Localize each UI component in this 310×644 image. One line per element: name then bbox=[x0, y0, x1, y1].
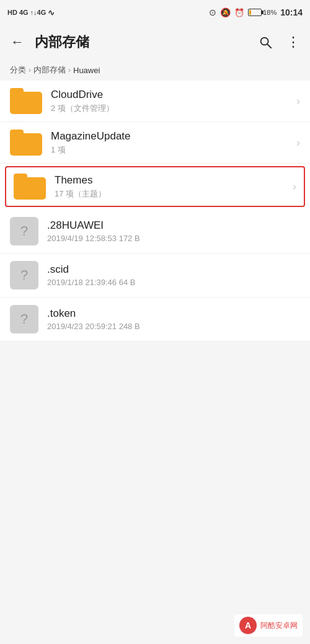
file-item-themes[interactable]: Themes 17 项（主题） › bbox=[5, 166, 305, 207]
back-button[interactable]: ← bbox=[5, 30, 30, 55]
file-meta-magazineupdate: 1 项 bbox=[51, 144, 291, 156]
clock-icon: ⏰ bbox=[234, 8, 244, 17]
file-item-clouddrive[interactable]: CloudDrive 2 项（文件管理） › bbox=[0, 81, 310, 122]
file-item-scid[interactable]: ? .scid 2019/1/18 21:39:46 64 B bbox=[0, 254, 310, 298]
nav-bar: ← 内部存储 ⋮ bbox=[0, 25, 310, 60]
network-label: HD bbox=[7, 9, 17, 16]
battery-icon bbox=[248, 9, 262, 16]
question-mark-icon-2: ? bbox=[20, 311, 28, 327]
unknown-file-icon-0: ? bbox=[10, 217, 38, 245]
folder-icon-themes bbox=[14, 174, 46, 200]
signal-icon2: ↑↓4G bbox=[30, 9, 46, 16]
unknown-file-icon-1: ? bbox=[10, 261, 38, 289]
unknown-file-icon-2: ? bbox=[10, 305, 38, 333]
status-right: ⊙ 🔕 ⏰ 18% 10:14 bbox=[209, 7, 303, 17]
battery-container: 18% bbox=[248, 9, 277, 16]
breadcrumb-item-1[interactable]: 内部存储 bbox=[33, 64, 66, 76]
nav-actions: ⋮ bbox=[253, 30, 305, 55]
breadcrumb: 分类 › 内部存储 › Huawei bbox=[0, 60, 310, 81]
file-info-28huawei: .28HUAWEI 2019/4/19 12:58:53 172 B bbox=[47, 219, 300, 243]
svg-line-1 bbox=[267, 44, 271, 48]
file-name-28huawei: .28HUAWEI bbox=[47, 219, 300, 232]
file-name-themes: Themes bbox=[55, 174, 288, 187]
time-display: 10:14 bbox=[280, 7, 303, 17]
watermark-text: 阿酷安卓网 bbox=[260, 620, 298, 631]
file-info-magazineupdate: MagazineUpdate 1 项 bbox=[51, 130, 291, 156]
file-item-token[interactable]: ? .token 2019/4/23 20:59:21 248 B bbox=[0, 298, 310, 342]
chevron-right-icon-0: › bbox=[296, 95, 300, 108]
file-info-scid: .scid 2019/1/18 21:39:46 64 B bbox=[47, 263, 300, 287]
folder-icon-magazineupdate bbox=[10, 130, 42, 156]
page-title: 内部存储 bbox=[35, 33, 248, 51]
file-name-clouddrive: CloudDrive bbox=[51, 89, 291, 101]
breadcrumb-arrow-0: › bbox=[29, 66, 31, 74]
file-info-token: .token 2019/4/23 20:59:21 248 B bbox=[47, 307, 300, 331]
mute-icon: 🔕 bbox=[220, 7, 231, 17]
file-info-themes: Themes 17 项（主题） bbox=[55, 174, 288, 200]
signal-icon: 4G bbox=[19, 9, 29, 16]
battery-percent: 18% bbox=[263, 9, 277, 16]
search-button[interactable] bbox=[253, 30, 278, 55]
breadcrumb-item-0[interactable]: 分类 bbox=[10, 64, 26, 76]
file-meta-token: 2019/4/23 20:59:21 248 B bbox=[47, 322, 300, 331]
file-list: CloudDrive 2 项（文件管理） › MagazineUpdate 1 … bbox=[0, 81, 310, 342]
file-item-28huawei[interactable]: ? .28HUAWEI 2019/4/19 12:58:53 172 B bbox=[0, 210, 310, 254]
wifi-icon: ∿ bbox=[48, 8, 55, 17]
breadcrumb-arrow-1: › bbox=[68, 66, 71, 74]
file-name-token: .token bbox=[47, 307, 300, 320]
file-info-clouddrive: CloudDrive 2 项（文件管理） bbox=[51, 89, 291, 114]
watermark: A 阿酷安卓网 bbox=[234, 614, 303, 637]
status-left: HD 4G ↑↓4G ∿ bbox=[7, 8, 55, 17]
question-mark-icon-0: ? bbox=[20, 223, 28, 239]
more-button[interactable]: ⋮ bbox=[280, 30, 305, 55]
file-name-magazineupdate: MagazineUpdate bbox=[51, 130, 291, 143]
file-item-magazineupdate[interactable]: MagazineUpdate 1 项 › bbox=[0, 122, 310, 164]
battery-fill bbox=[249, 10, 251, 15]
back-arrow-icon: ← bbox=[11, 34, 24, 50]
file-meta-scid: 2019/1/18 21:39:46 64 B bbox=[47, 278, 300, 287]
file-meta-28huawei: 2019/4/19 12:58:53 172 B bbox=[47, 234, 300, 243]
more-icon: ⋮ bbox=[286, 34, 299, 50]
file-meta-clouddrive: 2 项（文件管理） bbox=[51, 103, 291, 114]
folder-icon-clouddrive bbox=[10, 88, 42, 114]
file-name-scid: .scid bbox=[47, 263, 300, 276]
question-mark-icon-1: ? bbox=[20, 267, 28, 283]
file-meta-themes: 17 项（主题） bbox=[55, 188, 288, 200]
chevron-right-icon-1: › bbox=[296, 136, 300, 149]
watermark-logo: A bbox=[239, 617, 257, 634]
search-icon bbox=[259, 35, 272, 49]
breadcrumb-item-2[interactable]: Huawei bbox=[73, 66, 100, 75]
status-bar: HD 4G ↑↓4G ∿ ⊙ 🔕 ⏰ 18% 10:14 bbox=[0, 0, 310, 25]
chevron-right-icon-2: › bbox=[293, 180, 296, 193]
alarm-icon: ⊙ bbox=[209, 7, 216, 17]
